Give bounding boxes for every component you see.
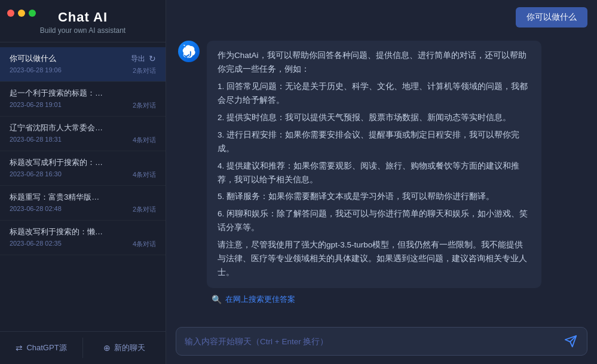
sidebar: Chat AI Build your own AI assistant 你可以做… — [0, 0, 166, 364]
conv-count: 2条对话 — [133, 205, 156, 214]
conv-title: 标题改写成利于搜索的：短视频... — [10, 157, 105, 168]
search-hint-text: 在网上搜索更佳答案 — [225, 294, 295, 305]
capabilities-button[interactable]: 你可以做什么 — [516, 7, 587, 27]
message-paragraph: 5. 翻译服务：如果你需要翻译文本或是学习外语，我可以帮助你进行翻译。 — [218, 190, 531, 204]
ai-avatar — [178, 41, 200, 62]
conv-title: 标题改写利于搜索的：懒子卡五... — [10, 227, 105, 237]
source-icon: ⇄ — [16, 343, 23, 353]
conv-meta: 2023-06-28 19:01 2条对话 — [10, 101, 156, 110]
send-button[interactable] — [563, 334, 578, 349]
message-paragraph: 4. 提供建议和推荐：如果你需要观影、阅读、旅行、购物或餐饮等方面的建议和推荐，… — [218, 160, 531, 187]
search-hint[interactable]: 🔍 在网上搜索更佳答案 — [207, 292, 541, 308]
conversation-item[interactable]: 标题重写：富贵3精华版富贵电... 2023-06-28 02:48 2条对话 — [0, 186, 166, 221]
refresh-action[interactable]: ↻ — [149, 54, 156, 63]
input-area — [166, 321, 597, 364]
app-subtitle: Build your own AI assistant — [12, 26, 154, 35]
conv-meta: 2023-06-28 19:06 2条对话 — [10, 66, 156, 75]
sidebar-footer: ⇄ ChatGPT源 ⊕ 新的聊天 — [0, 331, 166, 364]
message-paragraph: 请注意，尽管我使用了强大的gpt-3.5-turbo模型，但我仍然有一些限制。我… — [218, 238, 531, 280]
conv-count: 4条对话 — [133, 240, 156, 249]
conv-count: 2条对话 — [133, 66, 156, 75]
minimize-button[interactable] — [18, 10, 25, 17]
ai-message-row: 作为ChatAi，我可以帮助你回答各种问题、提供信息、进行简单的对话，还可以帮助… — [178, 41, 585, 308]
chat-input[interactable] — [185, 334, 557, 348]
source-label: ChatGPT源 — [26, 342, 66, 353]
conv-actions: 导出 ↻ — [131, 54, 156, 64]
new-chat-label: 新的聊天 — [114, 342, 145, 353]
message-paragraph: 3. 进行日程安排：如果你需要安排会议、提醒事项或制定日程安排，我可以帮你完成。 — [218, 129, 531, 156]
search-icon: 🔍 — [212, 295, 222, 304]
message-paragraph: 作为ChatAi，我可以帮助你回答各种问题、提供信息、进行简单的对话，还可以帮助… — [218, 49, 531, 77]
message-paragraph: 2. 提供实时信息：我可以提供天气预报、股票市场数据、新闻动态等实时信息。 — [218, 111, 531, 125]
conv-title: 辽宁省沈阳市人大常委会原党组... — [10, 123, 105, 133]
conv-title: 标题重写：富贵3精华版富贵电... — [10, 192, 105, 203]
conv-date: 2023-06-28 19:06 — [10, 66, 62, 75]
input-wrapper — [176, 327, 587, 356]
conv-count: 2条对话 — [133, 101, 156, 110]
conv-meta: 2023-06-28 02:48 2条对话 — [10, 205, 156, 214]
conv-title: 起一个利于搜索的标题：【实战... — [10, 88, 105, 99]
close-button[interactable] — [7, 10, 14, 17]
conv-title: 你可以做什么 — [10, 53, 56, 64]
conv-date: 2023-06-28 02:35 — [10, 240, 62, 249]
chat-area: 作为ChatAi，我可以帮助你回答各种问题、提供信息、进行简单的对话，还可以帮助… — [166, 35, 597, 321]
conv-meta: 2023-06-28 18:31 4条对话 — [10, 136, 156, 145]
chatgpt-source-button[interactable]: ⇄ ChatGPT源 — [0, 338, 83, 358]
conv-date: 2023-06-28 16:30 — [10, 170, 62, 179]
conversation-item[interactable]: 起一个利于搜索的标题：【实战... 2023-06-28 19:01 2条对话 — [0, 82, 166, 117]
conversation-item[interactable]: 辽宁省沈阳市人大常委会原党组... 2023-06-28 18:31 4条对话 — [0, 117, 166, 151]
conv-meta: 2023-06-28 02:35 4条对话 — [10, 240, 156, 249]
conv-meta: 2023-06-28 16:30 4条对话 — [10, 170, 156, 179]
conv-date: 2023-06-28 18:31 — [10, 136, 62, 145]
message-paragraph: 1. 回答常见问题：无论是关于历史、科学、文化、地理、计算机等领域的问题，我都会… — [218, 80, 531, 108]
new-chat-icon: ⊕ — [103, 343, 111, 353]
send-icon — [564, 335, 577, 348]
main-content: 你可以做什么 作为ChatAi，我可以帮助你回答各种问题、提供信息、进行简单的对… — [166, 0, 597, 364]
maximize-button[interactable] — [29, 10, 36, 17]
conversation-item[interactable]: 标题改写成利于搜索的：短视频... 2023-06-28 16:30 4条对话 — [0, 151, 166, 186]
export-action[interactable]: 导出 — [131, 54, 145, 64]
conv-date: 2023-06-28 19:01 — [10, 101, 62, 110]
message-paragraph: 6. 闲聊和娱乐：除了解答问题，我还可以与你进行简单的聊天和娱乐，如小游戏、笑话… — [218, 207, 531, 235]
conversation-item[interactable]: 标题改写利于搜索的：懒子卡五... 2023-06-28 02:35 4条对话 — [0, 221, 166, 255]
main-header: 你可以做什么 — [166, 0, 597, 35]
conv-date: 2023-06-28 02:48 — [10, 205, 62, 214]
conv-count: 4条对话 — [133, 170, 156, 179]
ai-message-bubble: 作为ChatAi，我可以帮助你回答各种问题、提供信息、进行简单的对话，还可以帮助… — [207, 41, 541, 288]
conv-count: 4条对话 — [133, 136, 156, 145]
new-chat-button[interactable]: ⊕ 新的聊天 — [83, 338, 166, 358]
window-controls — [7, 10, 36, 17]
app-header: Chat AI Build your own AI assistant — [0, 0, 166, 42]
conversation-item[interactable]: 你可以做什么 导出 ↻ 2023-06-28 19:06 2条对话 — [0, 47, 166, 82]
conversation-list: 你可以做什么 导出 ↻ 2023-06-28 19:06 2条对话 起一个利于搜… — [0, 42, 166, 331]
